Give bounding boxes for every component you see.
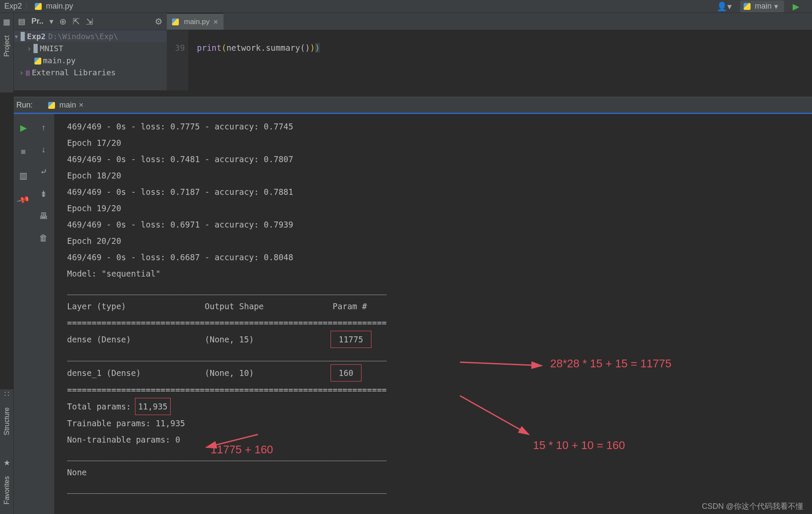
console-line: ________________________________________… (67, 285, 387, 295)
console-line: Model: "sequential" (67, 269, 160, 278)
project-tree[interactable]: ▾ ▉ Exp2 D:\Windows\Exp\ › ▉ MNIST main.… (14, 30, 167, 90)
breadcrumb-file[interactable]: main.py (46, 2, 73, 11)
console-line: ========================================… (67, 318, 387, 327)
console-line: Trainable params: 11,935 (67, 419, 185, 428)
tree-root[interactable]: ▾ ▉ Exp2 D:\Windows\Exp\ (14, 30, 167, 42)
breadcrumb-sep: 〉 (25, 1, 32, 12)
console-line: dense (Dense) (None, 15) (67, 335, 333, 344)
user-icon[interactable]: 👤▾ (717, 1, 732, 12)
trash-icon[interactable]: 🗑 (39, 233, 48, 243)
folder-icon: ▉ (21, 32, 25, 41)
tree-external-libraries[interactable]: › ⫼ External Libraries (14, 66, 167, 78)
console-line: Total params: (67, 402, 136, 411)
close-icon[interactable]: ✕ (79, 102, 84, 108)
down-icon[interactable]: ↓ (41, 145, 46, 154)
code-text: network.summary() (227, 43, 310, 52)
python-icon (35, 2, 43, 11)
console-line: Non-trainable params: 0 (67, 435, 180, 444)
line-number: 39 (175, 43, 185, 52)
folder-icon: ▉ (34, 44, 38, 53)
console-line: 469/469 - 0s - loss: 0.6971 - accuracy: … (67, 220, 293, 229)
chevron-down-icon[interactable]: ▾ (49, 17, 53, 26)
tree-file-main[interactable]: main.py (14, 54, 167, 66)
project-toolbar: ▤ Pr.. ▾ ⊕ ⇱ ⇲ ⚙ (14, 13, 167, 30)
rerun-button[interactable]: ▶ (20, 123, 27, 133)
editor-tab-label: main.py (184, 18, 210, 26)
console-line: None (67, 468, 87, 477)
console-line: 469/469 - 0s - loss: 0.7187 - accuracy: … (67, 187, 293, 197)
tool-window-structure[interactable]: ∷ Structure (0, 389, 14, 458)
scroll-end-icon[interactable]: ⇟ (40, 189, 47, 199)
editor-tabs: main.py ✕ (167, 13, 812, 30)
run-config-selector[interactable]: main ▾ (740, 0, 784, 12)
code-line[interactable]: print(network.summary())) (188, 30, 320, 90)
param-dense: 11775 (331, 331, 371, 348)
tree-root-path: D:\Windows\Exp\ (48, 32, 118, 41)
libraries-icon: ⫼ (24, 68, 32, 77)
locate-icon[interactable]: ⊕ (59, 16, 67, 27)
console-line: ________________________________________… (67, 484, 387, 493)
console-line: Epoch 18/20 (67, 171, 121, 180)
python-icon (744, 2, 752, 11)
tree-item-label: MNIST (40, 44, 63, 53)
console-line: Layer (type) Output Shape Param # (67, 302, 382, 311)
soft-wrap-icon[interactable]: ⤶ (40, 166, 47, 177)
top-bar: Exp2 〉 main.py 👤▾ main ▾ ▶ (0, 0, 812, 13)
run-config-name: main (755, 2, 772, 11)
console-line: Epoch 20/20 (67, 236, 121, 246)
breadcrumb[interactable]: Exp2 〉 main.py (4, 1, 73, 12)
run-tab-main[interactable]: main ✕ (44, 99, 88, 111)
run-toolbar-2: ↑ ↓ ⤶ ⇟ 🖶 🗑 (33, 114, 54, 514)
close-icon[interactable]: ✕ (213, 18, 218, 25)
tree-item-label: External Libraries (32, 68, 116, 77)
python-icon (48, 101, 57, 110)
console-line: dense_1 (Dense) (None, 10) (67, 368, 333, 378)
gear-icon[interactable]: ⚙ (155, 16, 162, 27)
expand-icon[interactable]: ⇱ (73, 16, 80, 27)
tool-window-favorites[interactable]: ★ Favorites (0, 458, 14, 514)
chevron-down-icon: ▾ (774, 2, 778, 11)
console-line: Epoch 19/20 (67, 203, 121, 213)
console-line: 469/469 - 0s - loss: 0.6687 - accuracy: … (67, 252, 293, 262)
gutter: 39 (167, 30, 188, 90)
collapse-icon[interactable]: ⇲ (86, 16, 93, 27)
console-line: 469/469 - 0s - loss: 0.7481 - accuracy: … (67, 154, 293, 164)
up-icon[interactable]: ↑ (41, 123, 46, 132)
project-tool-label[interactable]: Pr.. (31, 17, 43, 26)
run-toolwindow-bar: Run: main ✕ (14, 97, 812, 114)
editor[interactable]: 39 print(network.summary())) (167, 30, 812, 90)
console-line: Epoch 17/20 (67, 138, 121, 148)
keyword: print (197, 43, 221, 52)
pin-icon[interactable]: 📌 (16, 192, 31, 206)
project-label: Project (3, 35, 11, 57)
console-output[interactable]: 469/469 - 0s - loss: 0.7775 - accuracy: … (54, 114, 812, 501)
python-icon (34, 56, 43, 65)
print-icon[interactable]: 🖶 (39, 211, 48, 221)
console-line: ________________________________________… (67, 351, 387, 361)
run-button[interactable]: ▶ (793, 1, 799, 12)
python-icon (172, 18, 181, 26)
layout-button[interactable]: ▥ (19, 170, 28, 181)
watermark: CSDN @你这个代码我看不懂 (702, 501, 803, 511)
folder-icon: ▤ (18, 17, 25, 26)
structure-label: Structure (3, 407, 11, 435)
run-label: Run: (14, 101, 44, 110)
total-params: 11,935 (135, 398, 171, 415)
console-line: ========================================… (67, 385, 387, 394)
tree-item-label: main.py (43, 56, 76, 65)
tool-window-project[interactable]: ▦ Project (0, 13, 14, 92)
editor-tab-main[interactable]: main.py ✕ (167, 13, 224, 30)
stop-button[interactable]: ■ (21, 147, 26, 157)
param-dense1: 160 (331, 364, 362, 382)
tree-root-name: Exp2 (27, 32, 46, 41)
breadcrumb-project[interactable]: Exp2 (4, 2, 22, 11)
tree-folder-mnist[interactable]: › ▉ MNIST (14, 42, 167, 54)
favorites-label: Favorites (3, 476, 11, 505)
run-toolbar: ▶ ■ ▥ 📌 (14, 114, 33, 514)
run-tab-label: main (59, 101, 76, 110)
console-line: ________________________________________… (67, 451, 387, 461)
console-line: 469/469 - 0s - loss: 0.7775 - accuracy: … (67, 122, 293, 131)
